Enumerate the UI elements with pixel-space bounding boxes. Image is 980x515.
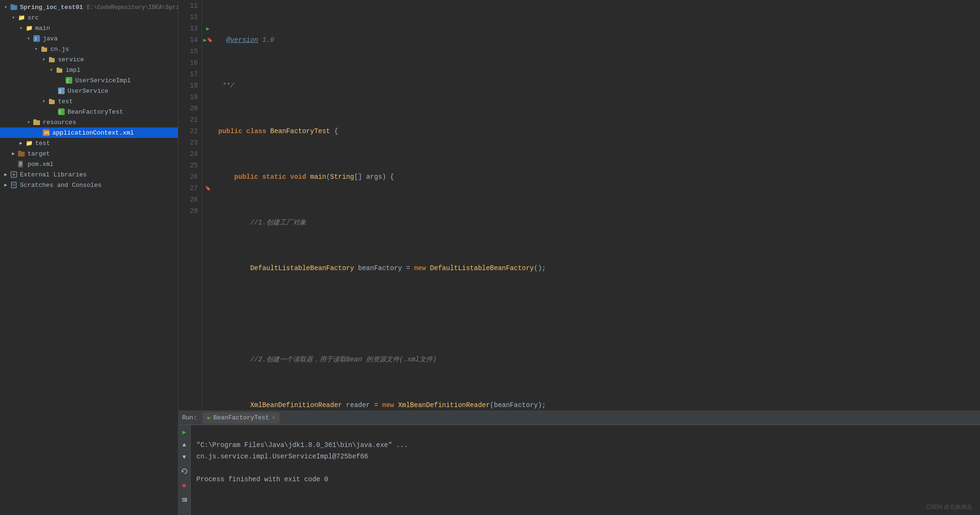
console-run-btn[interactable]: ▶: [179, 427, 190, 437]
gutter-line-16: [202, 57, 213, 68]
package-icon-service: [48, 55, 56, 64]
sidebar-label-external-libs: External Libraries: [20, 171, 87, 178]
sidebar-item-userserviceimpl[interactable]: ▾ C UserServiceImpl: [0, 75, 178, 86]
code-line-15: //1.创建工厂对象: [218, 217, 975, 228]
external-libs-icon: [10, 170, 18, 179]
sidebar-item-appcontext-xml[interactable]: ▾ XML applicationContext.xml: [0, 127, 178, 138]
class-icon-beanfactorytest: C: [57, 107, 66, 116]
sidebar-item-java[interactable]: ▾ J java: [0, 33, 178, 44]
code-line-17: [218, 308, 975, 320]
sidebar-item-project[interactable]: ▾ Spring_ioc_test01 E:\CodeRepository\ID…: [0, 2, 178, 12]
run-arrow-13[interactable]: ▶: [206, 25, 209, 32]
folder-icon-target: [17, 149, 26, 158]
sidebar-item-external-libs[interactable]: ▶ External Libraries: [0, 169, 178, 180]
sidebar-label-resources: resources: [43, 119, 76, 126]
console-line-4: Process finished with exit code 0: [196, 476, 328, 483]
code-content[interactable]: @version 1.0 **/ public class BeanFactor…: [213, 0, 980, 410]
gutter-line-13[interactable]: ▶: [202, 23, 213, 34]
sidebar-item-beanfactorytest[interactable]: ▾ C BeanFactoryTest: [0, 107, 178, 117]
bottom-panel: Run: ▶ BeanFactoryTest × ▶ ▲ ▼ ■: [178, 410, 980, 515]
code-editor[interactable]: 11 12 13 14 15 16 17 18 19 20 21 22 23 2…: [178, 0, 980, 410]
sidebar-label-src: src: [28, 14, 39, 21]
sidebar-label-service: service: [58, 56, 84, 63]
sidebar-item-impl[interactable]: ▾ impl: [0, 65, 178, 75]
tree-arrow-cn-js: ▾: [32, 46, 40, 52]
tree-arrow-scratches: ▶: [2, 182, 10, 188]
editor-area: 11 12 13 14 15 16 17 18 19 20 21 22 23 2…: [178, 0, 980, 515]
svg-rect-8: [57, 68, 62, 73]
tree-arrow-project: ▾: [2, 4, 10, 10]
svg-rect-1: [10, 4, 14, 6]
code-span-13a: public class BeanFactoryTest {: [218, 126, 338, 137]
console-down-btn[interactable]: ▼: [179, 452, 190, 462]
sidebar-item-resources[interactable]: ▾ resources: [0, 117, 178, 127]
run-tab-close[interactable]: ×: [272, 415, 275, 421]
package-icon-impl: [55, 66, 64, 74]
code-span-11: @version 1.0: [218, 34, 274, 46]
bookmark-14[interactable]: 🔖: [207, 37, 213, 43]
java-source-icon: J: [32, 34, 41, 43]
sidebar-label-test-package: test: [58, 98, 73, 105]
sidebar-item-test-root[interactable]: ▶ 📁 test: [0, 138, 178, 148]
tree-arrow-target: ▶: [10, 151, 17, 156]
sidebar-item-main[interactable]: ▾ 📁 main: [0, 23, 178, 33]
sidebar-item-src[interactable]: ▾ 📁 src: [0, 12, 178, 23]
code-span-16: DefaultListableBeanFactory beanFactory =…: [218, 262, 546, 274]
tree-arrow-test-root: ▶: [17, 140, 25, 146]
tree-arrow-resources: ▾: [25, 119, 32, 125]
run-tab-name: BeanFactoryTest: [213, 414, 269, 421]
svg-text:J: J: [34, 37, 37, 41]
sidebar-item-service[interactable]: ▾ service: [0, 54, 178, 65]
folder-icon-src: 📁: [17, 13, 26, 22]
gutter-line-25: [202, 160, 213, 171]
tree-arrow-service: ▾: [40, 57, 48, 62]
gutter-line-22: [202, 126, 213, 137]
svg-rect-14: [49, 100, 55, 104]
console-up-btn[interactable]: ▲: [179, 439, 190, 450]
sidebar-item-target[interactable]: ▶ target: [0, 148, 178, 159]
bookmark-27[interactable]: 🔖: [205, 185, 211, 191]
console-toolbar: ▶ ▲ ▼ ■: [178, 425, 191, 515]
gutter-line-18: [202, 80, 213, 91]
run-tab-icon: ▶: [207, 415, 211, 421]
svg-text:C: C: [59, 110, 61, 115]
svg-text:C: C: [67, 78, 69, 83]
tree-arrow-test-package: ▾: [40, 98, 48, 104]
console-wrap-btn[interactable]: [179, 495, 190, 505]
console-stop-btn[interactable]: ■: [179, 480, 190, 491]
resources-folder-icon: [32, 118, 41, 126]
sidebar-item-cn-js[interactable]: ▾ cn.js: [0, 44, 178, 54]
sidebar-item-pom-xml[interactable]: ▾ pom.xml: [0, 159, 178, 169]
tree-arrow-external-libs: ▶: [2, 172, 10, 177]
run-arrow-14[interactable]: ▶: [203, 37, 206, 44]
code-span-14: public static void main(String[] args) {: [218, 171, 394, 183]
gutter-line-24: [202, 148, 213, 160]
code-line-16: DefaultListableBeanFactory beanFactory =…: [218, 262, 975, 274]
sidebar-label-impl: impl: [66, 67, 80, 74]
sidebar-label-main: main: [35, 25, 50, 32]
editor-gutter: ▶ ▶ 🔖 🔖: [202, 0, 213, 410]
svg-text:XML: XML: [44, 131, 50, 136]
console-output[interactable]: "C:\Program Files\Java\jdk1.8.0_361\bin\…: [191, 425, 980, 515]
project-sidebar[interactable]: ▾ Spring_ioc_test01 E:\CodeRepository\ID…: [0, 0, 178, 515]
code-span-15: //1.创建工厂对象: [218, 217, 306, 228]
code-line-11: @version 1.0: [218, 34, 975, 46]
gutter-line-20: [202, 103, 213, 114]
gutter-line-27[interactable]: 🔖: [202, 183, 213, 194]
sidebar-label-appcontext-xml: applicationContext.xml: [52, 129, 134, 136]
svg-rect-5: [41, 47, 44, 48]
sidebar-item-test-package[interactable]: ▾ test: [0, 96, 178, 107]
gutter-line-14[interactable]: ▶ 🔖: [202, 34, 213, 46]
tree-arrow-main: ▾: [17, 25, 25, 31]
xml-icon-appcontext: XML: [42, 128, 50, 137]
run-label: Run:: [182, 414, 197, 421]
sidebar-item-scratches[interactable]: ▶ Scratches and Consoles: [0, 180, 178, 190]
sidebar-item-userservice[interactable]: ▾ I UserService: [0, 86, 178, 96]
console-rerun-btn[interactable]: [179, 466, 190, 476]
code-line-14: public static void main(String[] args) {: [218, 171, 975, 183]
svg-text:I: I: [59, 89, 61, 94]
gutter-line-17: [202, 68, 213, 80]
code-line-12: **/: [218, 80, 975, 91]
svg-rect-4: [41, 48, 47, 52]
run-tab-beanfactorytest[interactable]: ▶ BeanFactoryTest ×: [203, 412, 280, 424]
